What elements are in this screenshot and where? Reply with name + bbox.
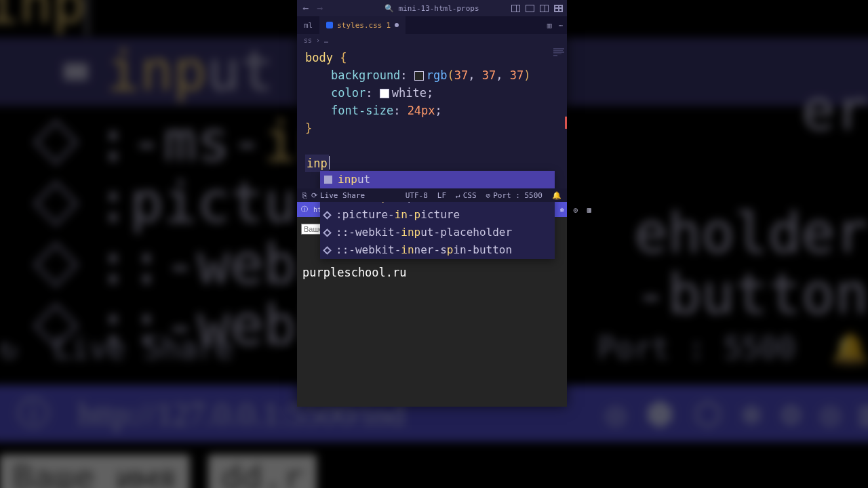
encoding[interactable]: UTF-8 (406, 191, 428, 200)
layout-left-icon[interactable] (511, 5, 520, 12)
split-editor-icon[interactable]: ▥ (547, 21, 552, 30)
color-swatch-icon (380, 89, 389, 98)
panel-icon[interactable]: ▥ (585, 205, 593, 214)
atom-icon[interactable]: ✻ (558, 205, 566, 214)
minimap[interactable] (552, 47, 566, 68)
titlebar: ← → 🔍 mini-13-html-props (297, 0, 567, 16)
css-file-icon (326, 22, 333, 28)
property-icon (323, 228, 332, 237)
info-icon[interactable]: ⓘ (301, 205, 308, 214)
remote-icon[interactable]: ⎘ (302, 191, 307, 200)
forward-icon[interactable]: → (317, 2, 323, 14)
status-bar: ⎘ ⟳Live Share UTF-8 LF ↵CSS ⊘Port : 5500… (297, 188, 567, 202)
project-name: mini-13-html-props (398, 4, 479, 13)
search-icon: 🔍 (384, 4, 394, 13)
live-share-button[interactable]: ⟳Live Share (311, 191, 365, 200)
color-swatch-icon (414, 71, 424, 81)
unsaved-dot-icon (395, 23, 399, 27)
back-icon[interactable]: ← (302, 2, 309, 14)
live-server-port[interactable]: ⊘Port : 5500 (486, 191, 542, 200)
eol[interactable]: LF (437, 191, 446, 200)
tab-styles-css[interactable]: styles.css 1 (319, 16, 406, 34)
layout-right-icon[interactable] (540, 5, 549, 12)
command-center[interactable]: 🔍 mini-13-html-props (384, 4, 479, 13)
record-icon[interactable]: ◎ (572, 205, 580, 214)
autocomplete-popup: input :-ms-input-placeholder :picture-in… (320, 171, 555, 259)
breadcrumb[interactable]: ss›… (297, 34, 567, 46)
ac-item[interactable]: input (320, 171, 555, 188)
tab-bar: ml styles.css 1 ▥ ⋯ (297, 16, 567, 34)
more-icon[interactable]: ⋯ (558, 21, 563, 30)
ac-item[interactable]: ::-webkit-inner-spin-button (320, 241, 555, 259)
editor-window: ← → 🔍 mini-13-html-props ml styles.css 1… (297, 0, 567, 407)
tab-label: styles.css (337, 21, 382, 30)
layout-grid-icon[interactable] (554, 5, 563, 12)
live-share-icon: ⟳ (311, 191, 317, 200)
property-icon (323, 246, 332, 255)
error-marker (565, 117, 567, 129)
language-mode[interactable]: ↵CSS (456, 191, 477, 200)
layout-bottom-icon[interactable] (526, 5, 534, 12)
tab-index-html[interactable]: ml (297, 16, 319, 34)
snippet-icon (324, 176, 332, 184)
ac-item[interactable]: :picture-in-picture (320, 206, 555, 224)
property-icon (323, 211, 332, 220)
notifications-icon[interactable]: 🔔 (552, 191, 561, 200)
brand-text: purpleschool.ru (302, 266, 563, 279)
text-cursor (329, 156, 330, 169)
code-editor[interactable]: body { background: rgb(37, 37, 37) color… (297, 46, 567, 188)
ac-item[interactable]: ::-webkit-input-placeholder (320, 224, 555, 241)
